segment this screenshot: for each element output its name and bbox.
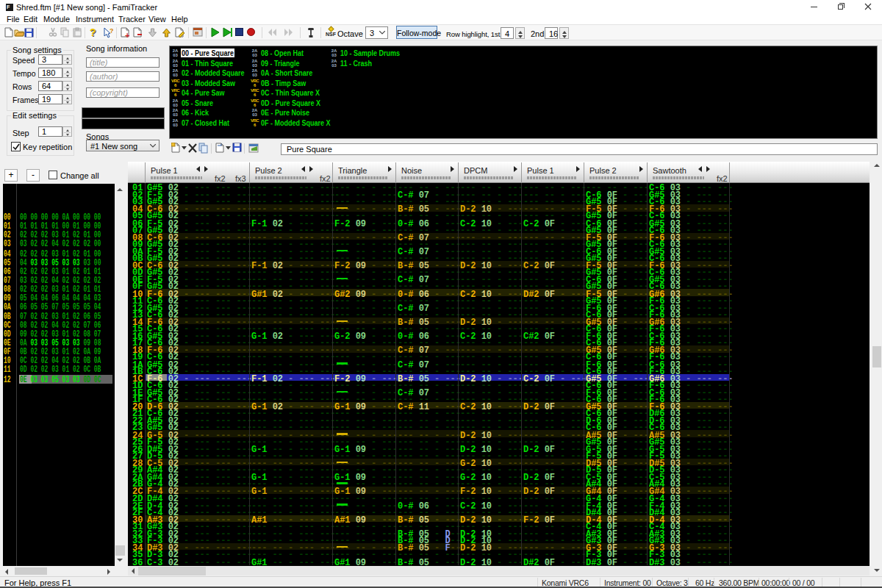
svg-text:+: + [125,31,129,38]
svg-text:?: ? [110,27,113,35]
